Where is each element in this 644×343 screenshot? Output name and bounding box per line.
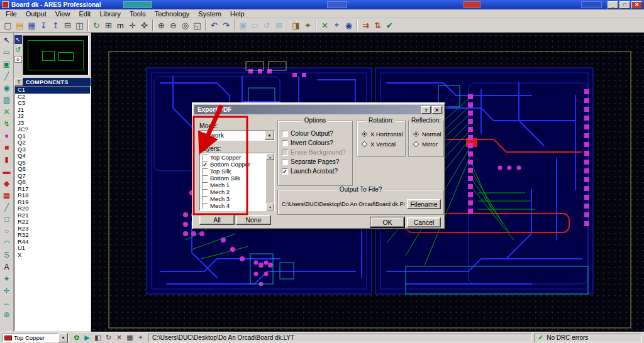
half-tone-icon[interactable]: ◧ — [92, 333, 103, 342]
reflection-normal[interactable]: Normal — [409, 129, 443, 139]
layer-checkbox[interactable] — [202, 203, 208, 209]
arc-2d-icon[interactable]: ◠ — [1, 237, 13, 249]
rotation-radio[interactable] — [362, 131, 368, 137]
connectivity-highlight-icon[interactable]: ↯ — [1, 117, 13, 129]
component-item-Q1[interactable]: Q1 — [15, 133, 90, 140]
component-item-C1[interactable]: C1 — [15, 87, 90, 94]
dialog-titlebar[interactable]: Export PDF ? ✕ — [194, 105, 443, 114]
component-item-R22[interactable]: R22 — [15, 219, 90, 226]
layer-checkbox[interactable] — [202, 168, 208, 175]
zone-mode-icon[interactable]: ▨ — [1, 94, 13, 106]
menu-edit[interactable]: Edit — [74, 10, 95, 18]
chevron-down-icon[interactable]: ▼ — [58, 333, 68, 342]
layers-listbox[interactable]: Top Copper✓Bottom CopperTop SilkBottom S… — [199, 153, 275, 211]
option-invert-colours-[interactable]: Invert Colours? — [278, 138, 352, 148]
component-item-R44[interactable]: R44 — [15, 239, 90, 246]
rotation-x-horizontal[interactable]: X Horizontal — [357, 129, 405, 139]
rotation-x-vertical[interactable]: X Vertical — [357, 139, 405, 149]
layer-item-mech-4[interactable]: Mech 4 — [201, 202, 265, 209]
layer-item-mech-1[interactable]: Mech 1 — [201, 182, 265, 188]
redo-icon[interactable]: ↷ — [220, 19, 232, 31]
component-item-Q2[interactable]: Q2 — [15, 139, 90, 146]
scrollbar-track[interactable] — [266, 160, 274, 204]
design-rule-check-icon[interactable]: ✔ — [384, 19, 396, 31]
menu-system[interactable]: System — [194, 10, 226, 18]
option-checkbox[interactable] — [282, 159, 288, 165]
line-2d-icon[interactable]: ╱ — [1, 201, 13, 213]
layer-checkbox[interactable] — [202, 175, 208, 182]
component-item-JC?[interactable]: JC? — [15, 126, 90, 133]
ok-button[interactable]: OK — [370, 217, 404, 227]
menu-help[interactable]: Help — [226, 10, 249, 18]
smt-pad-icon[interactable]: ◆ — [1, 177, 13, 189]
component-item-Q6[interactable]: Q6 — [15, 166, 90, 173]
maximize-button[interactable]: □ — [619, 1, 630, 9]
component-item-Q7[interactable]: Q7 — [15, 173, 90, 180]
round-pad-icon[interactable]: ● — [1, 129, 13, 141]
layer-pairs-icon[interactable]: ⇅ — [372, 19, 384, 31]
dil-pad-icon[interactable]: ▮ — [1, 153, 13, 165]
open-layout-icon[interactable]: ▤ — [14, 19, 26, 31]
overview-window[interactable] — [23, 35, 89, 75]
play-icon[interactable]: ▶ — [82, 333, 92, 342]
pointer-mode-icon[interactable]: ↖ — [14, 35, 22, 44]
option-checkbox[interactable] — [282, 131, 288, 137]
dimension-icon[interactable]: ↔ — [1, 297, 13, 308]
redraw-icon[interactable]: ↻ — [91, 19, 103, 31]
print-icon[interactable]: ⊟ — [62, 19, 74, 31]
search-tag-icon[interactable]: ⌖ — [331, 19, 343, 31]
undo-icon[interactable]: ↶ — [208, 19, 220, 31]
ratsnest-mode-icon[interactable]: ✕ — [1, 106, 13, 117]
component-item-Q3[interactable]: Q3 — [15, 146, 90, 153]
component-item-C3[interactable]: C3 — [15, 100, 90, 107]
component-mode-icon[interactable]: ▭ — [1, 46, 13, 58]
none-button[interactable]: None — [236, 215, 271, 225]
menu-tools[interactable]: Tools — [125, 10, 150, 18]
layer-checkbox[interactable] — [202, 196, 208, 202]
rotation-radio[interactable] — [362, 141, 368, 147]
design-explorer-icon[interactable]: ✿ — [71, 333, 82, 342]
import-icon[interactable]: ↧ — [38, 19, 50, 31]
auto-router-icon[interactable]: ⇉ — [360, 19, 372, 31]
find-icon[interactable]: ◉ — [343, 19, 355, 31]
dialog-close-button[interactable]: ✕ — [432, 106, 441, 114]
square-pad-icon[interactable]: ■ — [1, 141, 13, 153]
marker-2d-icon[interactable]: ✛ — [1, 285, 13, 297]
close-button[interactable]: ✕ — [631, 1, 642, 9]
new-layout-icon[interactable]: ▢ — [2, 19, 14, 31]
all-button[interactable]: All — [199, 215, 235, 225]
layers-scrollbar[interactable]: ▲ ▼ — [266, 153, 274, 210]
grid-snap-icon[interactable]: ▦ — [125, 333, 135, 342]
false-origin-icon[interactable]: ✛ — [126, 19, 138, 31]
pick-parts-icon[interactable]: ◨ — [290, 19, 302, 31]
save-layout-icon[interactable]: ▦ — [26, 19, 38, 31]
layer-item-mech-2[interactable]: Mech 2 — [201, 188, 265, 195]
x-cursor-icon[interactable]: ✜ — [138, 19, 150, 31]
grid-toggle-icon[interactable]: ⊞ — [103, 19, 114, 31]
chevron-down-icon[interactable]: ▼ — [265, 131, 274, 140]
cross-icon[interactable]: ✕ — [114, 333, 125, 342]
text-2d-icon[interactable]: A — [1, 261, 13, 273]
loop-icon[interactable]: ↻ — [103, 333, 114, 342]
package-mode-icon[interactable]: ▣ — [1, 58, 13, 70]
option-colour-output-[interactable]: Colour Output? — [278, 129, 352, 138]
edge-pad-icon[interactable]: ▬ — [1, 165, 13, 177]
zoom-all-icon[interactable]: ◎ — [179, 19, 191, 31]
layer-selector[interactable]: Top Copper ▼ — [2, 334, 69, 342]
scroll-down-icon[interactable]: ▼ — [266, 204, 274, 210]
components-list[interactable]: C1C2C3J1J2J3JC?Q1Q2Q3Q4Q5Q6Q7Q8R17R18R19… — [14, 86, 91, 331]
layer-checkbox[interactable]: ✓ — [202, 161, 208, 168]
layer-item-mech-3[interactable]: Mech 3 — [201, 195, 265, 202]
path-2d-icon[interactable]: S — [1, 249, 13, 261]
metric-toggle-icon[interactable]: m — [114, 19, 126, 31]
menu-file[interactable]: File — [1, 10, 21, 18]
layer-item-bottom-silk[interactable]: Bottom Silk — [201, 175, 265, 182]
component-item-J2[interactable]: J2 — [15, 113, 90, 120]
menu-view[interactable]: View — [51, 10, 75, 18]
zoom-in-icon[interactable]: ⊕ — [155, 19, 167, 31]
component-item-Q5[interactable]: Q5 — [15, 160, 90, 166]
component-item-X[interactable]: X — [15, 252, 90, 259]
component-item-Q8[interactable]: Q8 — [15, 179, 90, 186]
option-separate-pages-[interactable]: Separate Pages? — [278, 157, 352, 166]
circle-2d-icon[interactable]: ○ — [1, 225, 13, 237]
